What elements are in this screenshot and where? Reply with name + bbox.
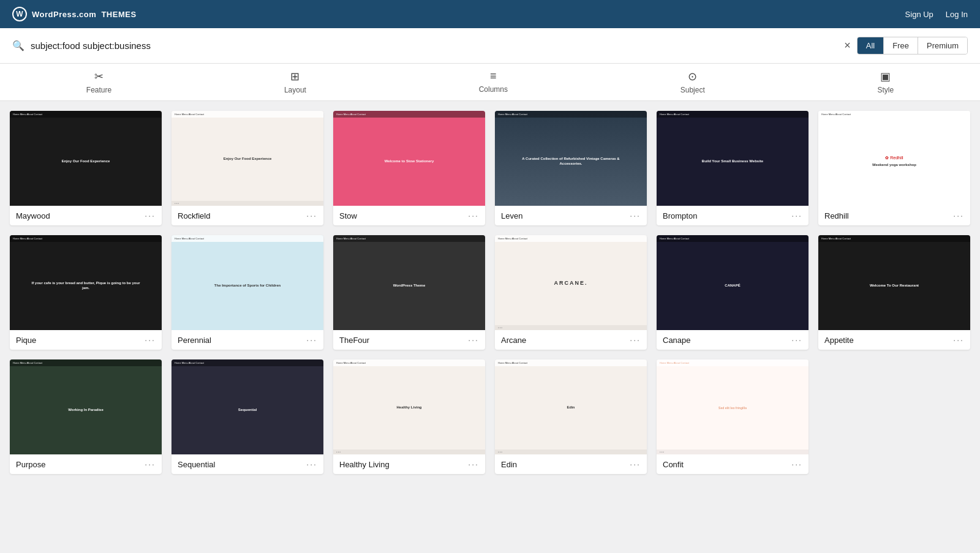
subject-label: Subject xyxy=(680,86,705,94)
theme-name-edin: Edin xyxy=(501,460,517,469)
theme-preview-thefour: Home Menu About ContactWordPress Theme xyxy=(333,235,485,330)
theme-card-brompton[interactable]: Home Menu About ContactBuild Your Small … xyxy=(657,111,809,225)
search-input[interactable] xyxy=(31,40,838,51)
filter-style[interactable]: ▣ Style xyxy=(877,70,894,94)
theme-more-button-rockfield[interactable]: ··· xyxy=(306,211,317,220)
theme-card-pique[interactable]: Home Menu About ContactIf your cafe is y… xyxy=(10,235,162,350)
theme-preview-redhill: Home Menu About Contact✿ RedhillWeekend … xyxy=(818,111,970,206)
theme-more-button-purpose[interactable]: ··· xyxy=(145,459,156,469)
theme-footer-perennial: Perennial··· xyxy=(172,330,323,350)
theme-preview-edin: Home Menu About ContactEdin● ● ● xyxy=(495,359,647,454)
style-icon: ▣ xyxy=(880,70,891,83)
filter-columns[interactable]: ≡ Columns xyxy=(479,70,508,94)
filter-all-button[interactable]: All xyxy=(858,37,884,54)
theme-more-button-brompton[interactable]: ··· xyxy=(791,211,802,220)
theme-card-perennial[interactable]: Home Menu About ContactThe Importance of… xyxy=(172,235,323,350)
theme-card-canape[interactable]: Home Menu About ContactCANAPÉCanape··· xyxy=(657,235,809,350)
theme-card-rockfield[interactable]: Home Menu About ContactEnjoy Our Food Ex… xyxy=(172,111,323,225)
theme-footer-leven: Leven··· xyxy=(495,206,647,225)
theme-preview-healthyliving: Home Menu About ContactHealthy Living● ●… xyxy=(333,359,485,454)
theme-name-arcane: Arcane xyxy=(501,336,526,345)
columns-icon: ≡ xyxy=(490,70,497,83)
theme-name-canape: Canape xyxy=(663,336,691,345)
theme-more-button-sequential[interactable]: ··· xyxy=(306,459,317,469)
filter-subject[interactable]: ⊙ Subject xyxy=(680,70,705,94)
theme-card-sequential[interactable]: Home Menu About ContactSequentialSequent… xyxy=(172,359,323,474)
themes-grid: Home Menu About ContactEnjoy Our Food Ex… xyxy=(0,101,980,484)
theme-footer-confit: Confit··· xyxy=(657,454,809,474)
theme-more-button-perennial[interactable]: ··· xyxy=(306,335,317,345)
theme-footer-maywood: Maywood··· xyxy=(10,206,162,225)
theme-preview-arcane: Home Menu About ContactARCANE.● ● ● xyxy=(495,235,647,330)
subject-icon: ⊙ xyxy=(688,70,697,83)
theme-more-button-maywood[interactable]: ··· xyxy=(145,211,156,220)
feature-icon: ✂ xyxy=(94,70,104,83)
theme-name-confit: Confit xyxy=(663,460,684,469)
theme-name-leven: Leven xyxy=(501,211,522,220)
theme-card-stow[interactable]: Home Menu About ContactWelcome to Stow S… xyxy=(333,111,485,225)
theme-more-button-stow[interactable]: ··· xyxy=(468,211,479,220)
theme-preview-pique: Home Menu About ContactIf your cafe is y… xyxy=(10,235,162,330)
theme-preview-brompton: Home Menu About ContactBuild Your Small … xyxy=(657,111,809,206)
theme-card-maywood[interactable]: Home Menu About ContactEnjoy Our Food Ex… xyxy=(10,111,162,225)
theme-footer-redhill: Redhill··· xyxy=(818,206,970,225)
theme-more-button-leven[interactable]: ··· xyxy=(630,211,641,220)
theme-name-perennial: Perennial xyxy=(178,336,211,345)
theme-more-button-pique[interactable]: ··· xyxy=(145,335,156,345)
theme-footer-stow: Stow··· xyxy=(333,206,485,225)
theme-more-button-healthyliving[interactable]: ··· xyxy=(468,459,479,469)
theme-card-redhill[interactable]: Home Menu About Contact✿ RedhillWeekend … xyxy=(818,111,970,225)
theme-more-button-redhill[interactable]: ··· xyxy=(953,211,964,220)
theme-footer-brompton: Brompton··· xyxy=(657,206,809,225)
theme-name-redhill: Redhill xyxy=(824,211,849,220)
layout-icon: ⊞ xyxy=(290,70,300,83)
search-clear-button[interactable]: × xyxy=(844,39,851,52)
theme-more-button-appetite[interactable]: ··· xyxy=(953,335,964,345)
theme-preview-confit: Home Menu About ContactSed elit leo frin… xyxy=(657,359,809,454)
theme-card-appetite[interactable]: Home Menu About ContactWelcome To Our Re… xyxy=(818,235,970,350)
theme-preview-canape: Home Menu About ContactCANAPÉ xyxy=(657,235,809,330)
theme-preview-maywood: Home Menu About ContactEnjoy Our Food Ex… xyxy=(10,111,162,206)
header-right: Sign Up Log In xyxy=(905,10,968,19)
theme-name-healthyliving: Healthy Living xyxy=(339,460,390,469)
brand-name: WordPress.com THEMES xyxy=(32,10,139,19)
search-bar: 🔍 × All Free Premium xyxy=(0,28,980,64)
theme-name-appetite: Appetite xyxy=(824,336,854,345)
theme-card-arcane[interactable]: Home Menu About ContactARCANE.● ● ●Arcan… xyxy=(495,235,647,350)
filters-row: ✂ Feature ⊞ Layout ≡ Columns ⊙ Subject ▣… xyxy=(0,64,980,101)
columns-label: Columns xyxy=(479,85,508,94)
theme-footer-thefour: TheFour··· xyxy=(333,330,485,350)
theme-preview-sequential: Home Menu About ContactSequential xyxy=(172,359,323,454)
theme-name-pique: Pique xyxy=(16,336,36,345)
search-icon: 🔍 xyxy=(12,40,24,51)
theme-name-rockfield: Rockfield xyxy=(178,211,210,220)
theme-more-button-thefour[interactable]: ··· xyxy=(468,335,479,345)
login-link[interactable]: Log In xyxy=(946,10,968,19)
filter-premium-button[interactable]: Premium xyxy=(918,37,967,54)
filter-layout[interactable]: ⊞ Layout xyxy=(284,70,306,94)
theme-preview-appetite: Home Menu About ContactWelcome To Our Re… xyxy=(818,235,970,330)
theme-card-healthyliving[interactable]: Home Menu About ContactHealthy Living● ●… xyxy=(333,359,485,474)
theme-preview-perennial: Home Menu About ContactThe Importance of… xyxy=(172,235,323,330)
theme-more-button-arcane[interactable]: ··· xyxy=(630,335,641,345)
theme-footer-rockfield: Rockfield··· xyxy=(172,206,323,225)
filter-free-button[interactable]: Free xyxy=(884,37,918,54)
signup-link[interactable]: Sign Up xyxy=(905,10,933,19)
theme-card-confit[interactable]: Home Menu About ContactSed elit leo frin… xyxy=(657,359,809,474)
theme-card-purpose[interactable]: Home Menu About ContactWorking In Paradi… xyxy=(10,359,162,474)
theme-card-leven[interactable]: Home Menu About ContactA Curated Collect… xyxy=(495,111,647,225)
filter-feature[interactable]: ✂ Feature xyxy=(86,70,111,94)
theme-name-brompton: Brompton xyxy=(663,211,697,220)
theme-more-button-canape[interactable]: ··· xyxy=(791,335,802,345)
theme-preview-stow: Home Menu About ContactWelcome to Stow S… xyxy=(333,111,485,206)
theme-more-button-confit[interactable]: ··· xyxy=(791,459,802,469)
theme-card-edin[interactable]: Home Menu About ContactEdin● ● ●Edin··· xyxy=(495,359,647,474)
theme-preview-purpose: Home Menu About ContactWorking In Paradi… xyxy=(10,359,162,454)
style-label: Style xyxy=(877,86,894,94)
theme-card-thefour[interactable]: Home Menu About ContactWordPress ThemeTh… xyxy=(333,235,485,350)
theme-footer-purpose: Purpose··· xyxy=(10,454,162,474)
theme-footer-pique: Pique··· xyxy=(10,330,162,350)
theme-more-button-edin[interactable]: ··· xyxy=(630,459,641,469)
wordpress-logo: W xyxy=(12,7,27,21)
theme-name-sequential: Sequential xyxy=(178,460,215,469)
